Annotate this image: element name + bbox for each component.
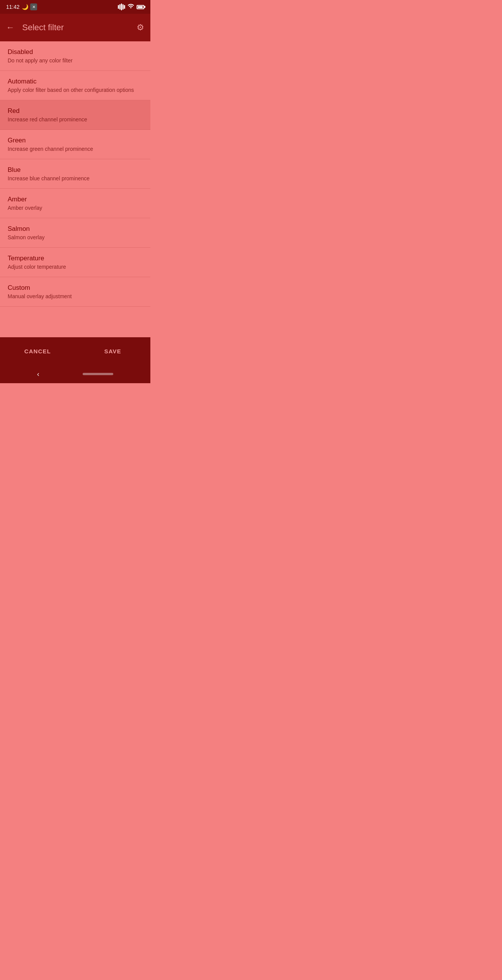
list-item[interactable]: CustomManual overlay adjustment bbox=[0, 277, 150, 307]
list-item[interactable]: DisabledDo not apply any color filter bbox=[0, 41, 150, 71]
filter-subtitle: Salmon overlay bbox=[8, 234, 143, 240]
status-bar: 11:42 🌙 ✕ bbox=[0, 0, 150, 14]
filter-title: Disabled bbox=[8, 48, 143, 56]
list-item[interactable]: SalmonSalmon overlay bbox=[0, 218, 150, 248]
status-bar-left: 11:42 🌙 ✕ bbox=[6, 3, 37, 10]
filter-subtitle: Manual overlay adjustment bbox=[8, 293, 143, 299]
filter-title: Blue bbox=[8, 166, 143, 174]
list-item[interactable]: AmberAmber overlay bbox=[0, 189, 150, 218]
wifi-icon bbox=[127, 3, 134, 11]
nav-back-button[interactable]: ‹ bbox=[37, 370, 39, 378]
x-box-icon: ✕ bbox=[30, 3, 37, 10]
filter-title: Amber bbox=[8, 196, 143, 203]
save-label: SAVE bbox=[104, 348, 121, 354]
filter-subtitle: Amber overlay bbox=[8, 205, 143, 211]
vibrate-icon bbox=[118, 3, 125, 10]
moon-icon: 🌙 bbox=[22, 4, 28, 10]
save-button[interactable]: SAVE bbox=[75, 337, 151, 365]
list-item[interactable]: RedIncrease red channel prominence bbox=[0, 100, 150, 130]
content-spacer bbox=[0, 307, 150, 337]
list-item[interactable]: TemperatureAdjust color temperature bbox=[0, 248, 150, 277]
filter-subtitle: Do not apply any color filter bbox=[8, 57, 143, 64]
filter-subtitle: Increase red channel prominence bbox=[8, 116, 143, 122]
page-title: Select filter bbox=[22, 23, 64, 33]
list-item[interactable]: GreenIncrease green channel prominence bbox=[0, 130, 150, 159]
nav-home-pill[interactable] bbox=[83, 373, 113, 375]
filter-subtitle: Adjust color temperature bbox=[8, 264, 143, 270]
app-bar: ← Select filter ⚙ bbox=[0, 14, 150, 41]
cancel-button[interactable]: CANCEL bbox=[0, 337, 75, 365]
nav-bar: ‹ bbox=[0, 365, 150, 383]
list-item[interactable]: BlueIncrease blue channel prominence bbox=[0, 159, 150, 189]
settings-icon[interactable]: ⚙ bbox=[137, 23, 144, 33]
back-button[interactable]: ← bbox=[6, 23, 15, 33]
filter-title: Temperature bbox=[8, 255, 143, 262]
filter-list: DisabledDo not apply any color filterAut… bbox=[0, 41, 150, 307]
cancel-label: CANCEL bbox=[24, 348, 51, 354]
filter-subtitle: Apply color filter based on other config… bbox=[8, 87, 143, 93]
status-time: 11:42 bbox=[6, 4, 20, 10]
bottom-bar: CANCEL SAVE bbox=[0, 337, 150, 365]
battery-icon bbox=[137, 5, 144, 9]
filter-subtitle: Increase blue channel prominence bbox=[8, 175, 143, 181]
filter-title: Custom bbox=[8, 284, 143, 292]
filter-title: Salmon bbox=[8, 225, 143, 233]
list-item[interactable]: AutomaticApply color filter based on oth… bbox=[0, 71, 150, 100]
filter-title: Green bbox=[8, 137, 143, 144]
app-bar-left: ← Select filter bbox=[6, 23, 64, 33]
status-icons-right bbox=[118, 3, 144, 11]
filter-subtitle: Increase green channel prominence bbox=[8, 146, 143, 152]
filter-title: Red bbox=[8, 107, 143, 115]
filter-title: Automatic bbox=[8, 78, 143, 85]
